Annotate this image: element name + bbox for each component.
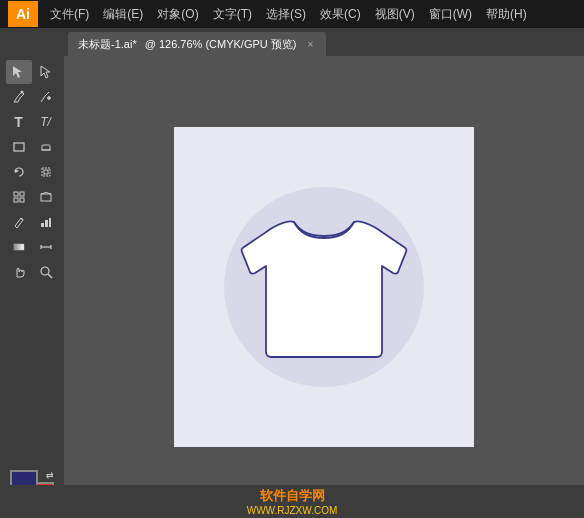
symbol-tool[interactable] [6,185,32,209]
toolbar: T T/ [0,56,64,518]
tool-row-3: T T/ [6,110,59,134]
menu-object[interactable]: 对象(O) [151,4,204,25]
svg-rect-11 [14,192,18,196]
tool-row-4 [6,135,59,159]
rotate-tool[interactable] [6,160,32,184]
paint-brush-tool[interactable] [6,210,32,234]
select-tool[interactable] [6,60,32,84]
main-area: T T/ [0,56,584,518]
watermark-text: 软件自学网 [0,487,584,505]
menu-effect[interactable]: 效果(C) [314,4,367,25]
tool-row-2 [6,85,59,109]
tool-row-7 [6,210,59,234]
menu-view[interactable]: 视图(V) [369,4,421,25]
watermark-url: WWW.RJZXW.COM [0,505,584,516]
svg-line-25 [48,274,52,278]
touch-type-tool[interactable]: T/ [33,110,59,134]
menu-help[interactable]: 帮助(H) [480,4,533,25]
svg-rect-5 [14,143,24,151]
svg-marker-0 [13,66,22,78]
tool-row-1 [6,60,59,84]
svg-rect-12 [20,192,24,196]
measure-tool[interactable] [33,235,59,259]
transform-tool[interactable] [33,160,59,184]
document-tab[interactable]: 未标题-1.ai* @ 126.76% (CMYK/GPU 预览) × [68,32,326,56]
shirt-illustration [234,192,414,382]
tab-info: @ 126.76% (CMYK/GPU 预览) [145,37,297,52]
tool-row-5 [6,160,59,184]
menu-window[interactable]: 窗口(W) [423,4,478,25]
menu-file[interactable]: 文件(F) [44,4,95,25]
tool-row-6 [6,185,59,209]
menu-edit[interactable]: 编辑(E) [97,4,149,25]
menu-select[interactable]: 选择(S) [260,4,312,25]
svg-rect-15 [41,194,51,201]
pen-tool[interactable] [6,85,32,109]
svg-rect-17 [41,223,44,227]
menu-bar: 文件(F) 编辑(E) 对象(O) 文字(T) 选择(S) 效果(C) 视图(V… [44,4,576,25]
svg-rect-14 [20,198,24,202]
bar-chart-tool[interactable] [33,210,59,234]
canvas-area [64,56,584,518]
tool-row-9 [6,260,59,284]
eraser-tool[interactable] [33,135,59,159]
svg-rect-19 [49,218,51,227]
type-tool[interactable]: T [6,110,32,134]
rectangle-tool[interactable] [6,135,32,159]
svg-point-2 [20,91,23,94]
tab-close-button[interactable]: × [304,38,316,50]
svg-marker-8 [15,169,19,173]
tab-title: 未标题-1.ai* [78,37,137,52]
watermark: 软件自学网 WWW.RJZXW.COM [0,485,584,518]
artboard [174,127,474,447]
svg-rect-9 [42,168,50,176]
gradient-tool[interactable] [6,235,32,259]
svg-rect-13 [14,198,18,202]
svg-point-24 [41,267,49,275]
anchor-tool[interactable] [33,85,59,109]
svg-rect-6 [42,145,50,150]
direct-select-tool[interactable] [33,60,59,84]
svg-rect-20 [14,244,24,250]
swap-colors-button[interactable]: ⇄ [46,470,54,480]
titlebar: Ai 文件(F) 编辑(E) 对象(O) 文字(T) 选择(S) 效果(C) 视… [0,0,584,28]
tabbar: 未标题-1.ai* @ 126.76% (CMYK/GPU 预览) × [0,28,584,56]
menu-text[interactable]: 文字(T) [207,4,258,25]
svg-line-16 [21,218,23,220]
ai-logo: Ai [8,1,38,27]
warp-tool[interactable] [33,185,59,209]
svg-rect-10 [44,170,48,174]
zoom-tool[interactable] [33,260,59,284]
tool-row-8 [6,235,59,259]
svg-marker-1 [41,66,50,78]
svg-rect-18 [45,220,48,227]
hand-tool[interactable] [6,260,32,284]
